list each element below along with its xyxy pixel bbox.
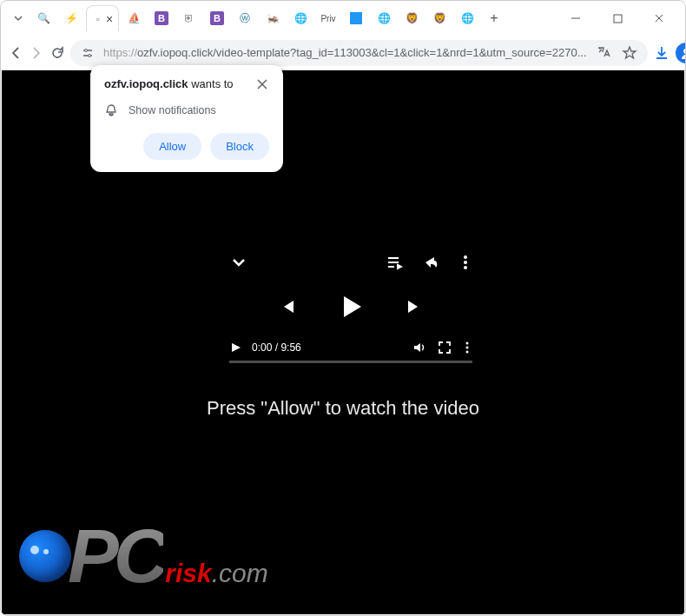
- video-player: 0:00 / 9:56: [229, 253, 472, 363]
- tab-3-active[interactable]: ▫ ×: [86, 5, 119, 31]
- tab-14[interactable]: 🦁: [399, 5, 425, 31]
- site-settings-button[interactable]: [79, 44, 96, 62]
- notification-wants-to: wants to: [188, 77, 234, 90]
- maximize-icon: [613, 14, 623, 23]
- svg-point-4: [683, 49, 686, 54]
- notification-body-text: Show notifications: [129, 104, 216, 116]
- current-time: 0:00: [252, 341, 272, 354]
- notification-actions: Allow Block: [104, 133, 269, 160]
- profile-avatar: [676, 43, 686, 63]
- svg-point-12: [466, 347, 469, 349]
- tab-search-dropdown[interactable]: [8, 8, 29, 29]
- tab-12[interactable]: [343, 5, 369, 31]
- address-bar[interactable]: https://ozfv.iopoq.click/video-template?…: [70, 40, 648, 66]
- url-path: ozfv.iopoq.click/video-template?tag_id=1…: [137, 46, 587, 59]
- svg-point-13: [466, 351, 469, 354]
- forward-button[interactable]: [29, 40, 44, 66]
- close-window-button[interactable]: [643, 6, 675, 30]
- progress-bar[interactable]: [229, 361, 472, 363]
- svg-point-3: [89, 54, 91, 56]
- shield-icon: ⛨: [182, 11, 196, 25]
- url-scheme: https://: [103, 46, 137, 59]
- downloads-button[interactable]: [653, 40, 670, 66]
- tab-15[interactable]: 🦁: [426, 5, 452, 31]
- skip-previous-icon: [276, 296, 297, 317]
- previous-button[interactable]: [276, 296, 297, 317]
- globe-icon: 🌐: [377, 11, 391, 25]
- url-text[interactable]: https://ozfv.iopoq.click/video-template?…: [103, 46, 587, 59]
- download-icon: [653, 44, 670, 62]
- back-button[interactable]: [8, 40, 23, 66]
- notification-permission-dialog: ozfv.iopoq.click wants to Show notificat…: [90, 65, 283, 172]
- tab-1[interactable]: 🔍: [30, 5, 56, 31]
- tab-13[interactable]: 🌐: [371, 5, 397, 31]
- allow-button[interactable]: Allow: [143, 133, 201, 160]
- tab-11[interactable]: Priv: [315, 5, 341, 31]
- tab-strip: 🔍 ⚡ ▫ × ⛵ B ⛨ B ⓦ 🦗 🌐 Priv 🌐 🦁 🦁 🌐 +: [8, 5, 560, 31]
- tune-icon: [81, 46, 95, 60]
- tab-8[interactable]: ⓦ: [232, 5, 258, 31]
- player-options-button[interactable]: [462, 341, 472, 354]
- skip-next-icon: [405, 296, 425, 317]
- play-icon: [229, 341, 241, 354]
- next-button[interactable]: [405, 296, 425, 317]
- player-menu-button[interactable]: [458, 254, 472, 271]
- svg-point-11: [466, 342, 469, 345]
- dots-vertical-icon: [462, 341, 472, 354]
- queue-button[interactable]: [386, 254, 403, 271]
- tab-4[interactable]: ⛵: [121, 5, 147, 31]
- watermark-text: PC risk .com: [68, 512, 268, 600]
- play-icon: [335, 291, 366, 322]
- translate-button[interactable]: [594, 43, 613, 63]
- wordpress-icon: ⓦ: [238, 11, 252, 25]
- tab-6[interactable]: ⛨: [176, 5, 202, 31]
- notification-close-button[interactable]: [255, 77, 269, 91]
- globe-icon: 🌐: [294, 11, 307, 25]
- arrow-left-icon: [8, 45, 23, 61]
- profile-button[interactable]: [676, 40, 686, 66]
- player-top-actions: [386, 254, 472, 271]
- notification-body: Show notifications: [104, 103, 269, 117]
- tab-close-icon[interactable]: ×: [102, 12, 116, 26]
- fullscreen-button[interactable]: [438, 341, 452, 354]
- minimize-button[interactable]: [560, 6, 591, 30]
- bootstrap-icon: B: [210, 11, 224, 25]
- player-transport: [229, 291, 472, 322]
- browser-titlebar: 🔍 ⚡ ▫ × ⛵ B ⛨ B ⓦ 🦗 🌐 Priv 🌐 🦁 🦁 🌐 +: [1, 1, 685, 36]
- tab-9[interactable]: 🦗: [260, 5, 286, 31]
- watermark-com: .com: [212, 559, 268, 588]
- volume-button[interactable]: [412, 340, 427, 355]
- collapse-button[interactable]: [229, 253, 248, 272]
- svg-point-9: [464, 261, 467, 264]
- time-display: 0:00 / 9:56: [252, 341, 401, 354]
- close-icon: [257, 79, 267, 89]
- brave-icon: 🦁: [405, 11, 419, 25]
- dots-vertical-icon: [458, 254, 472, 271]
- bug-icon: 🦗: [266, 11, 280, 25]
- share-button[interactable]: [422, 254, 439, 271]
- player-bottom-row: 0:00 / 9:56: [229, 340, 472, 355]
- new-tab-button[interactable]: +: [482, 6, 506, 30]
- watermark-risk: risk: [165, 559, 211, 588]
- tab-2[interactable]: ⚡: [58, 5, 84, 31]
- ship-icon: ⛵: [127, 11, 141, 25]
- bookmark-button[interactable]: [620, 43, 639, 63]
- translate-icon: [596, 45, 611, 61]
- globe-search-icon: 🔍: [36, 11, 50, 25]
- reload-button[interactable]: [49, 40, 65, 66]
- play-small-button[interactable]: [229, 341, 241, 354]
- tab-7[interactable]: B: [204, 5, 230, 31]
- tab-16[interactable]: 🌐: [454, 5, 480, 31]
- watermark: PC PC risk .com: [19, 512, 268, 600]
- block-button[interactable]: Block: [210, 133, 269, 160]
- tab-10[interactable]: 🌐: [287, 5, 313, 31]
- window-controls: [560, 6, 678, 30]
- watermark-logo-icon: [19, 530, 71, 582]
- svg-point-10: [464, 266, 467, 269]
- tab-5[interactable]: B: [148, 5, 175, 31]
- svg-point-8: [464, 255, 467, 259]
- bootstrap-icon: B: [155, 11, 168, 25]
- instruction-text: Press "Allow" to watch the video: [2, 397, 684, 420]
- maximize-button[interactable]: [602, 6, 633, 30]
- play-button[interactable]: [335, 291, 366, 322]
